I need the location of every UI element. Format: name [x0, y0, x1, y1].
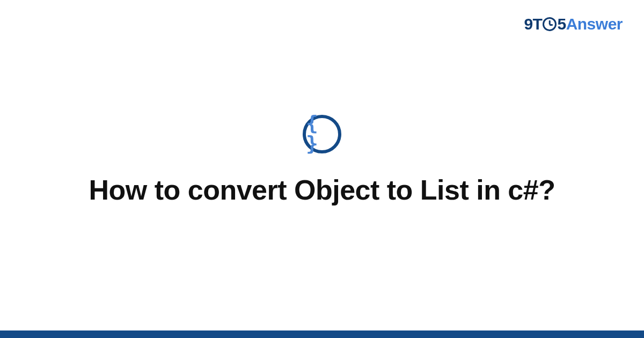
- category-badge: { }: [303, 115, 341, 153]
- content-area: { } How to convert Object to List in c#?: [0, 0, 644, 338]
- code-braces-icon: { }: [306, 113, 338, 153]
- footer-accent-bar: [0, 330, 644, 338]
- question-title: How to convert Object to List in c#?: [89, 173, 555, 208]
